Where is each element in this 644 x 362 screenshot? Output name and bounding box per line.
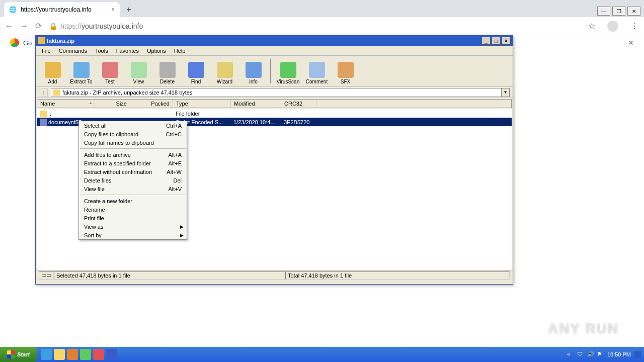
menu-tools[interactable]: Tools [91,47,112,55]
column-headers: Name▲ Size Packed Type Modified CRC32 [37,99,512,108]
kebab-menu-icon[interactable]: ⋮ [630,21,639,31]
tb-find[interactable]: Find [182,57,210,85]
play-icon [622,323,632,335]
table-row[interactable]: ..File folder [37,109,512,118]
tb-add[interactable]: Add [39,57,66,85]
tb-wizard[interactable]: Wizard [211,57,238,85]
taskbar-app-icon[interactable] [41,349,52,360]
toolbar: AddExtract ToTestViewDeleteFindWizardInf… [36,56,513,87]
up-button[interactable]: ↑ [39,88,48,97]
winrar-icon [38,37,45,44]
clock[interactable]: 10:50 PM [607,351,631,357]
col-packed[interactable]: Packed [130,100,173,108]
new-tab-button[interactable]: + [123,4,135,16]
close-icon[interactable]: × [111,6,115,13]
maximize-button[interactable]: □ [492,37,501,45]
archive-icon [53,89,60,96]
close-button[interactable]: × [502,37,511,45]
taskbar-app-icon[interactable] [80,349,91,360]
chevron-right-icon: ▶ [180,224,184,229]
wizard-icon [217,62,233,78]
delete-icon [159,62,176,78]
profile-avatar[interactable] [607,21,618,32]
tray-shield-icon[interactable]: 🛡 [577,351,584,358]
start-label: Start [17,351,30,357]
test-icon [102,62,118,78]
lock-icon: 🔒 [49,22,57,30]
menu-help[interactable]: Help [170,47,190,55]
status-total: Total 47,418 bytes in 1 file [285,272,510,280]
forward-icon[interactable]: → [20,22,28,31]
find-icon [188,62,204,78]
tb-delete[interactable]: Delete [153,57,181,85]
tb-info[interactable]: Info [239,57,267,85]
ctx-delete-files[interactable]: Delete filesDel [79,176,187,185]
ctx-copy-files-to-clipboard[interactable]: Copy files to clipboardCtrl+C [79,130,187,138]
ctx-extract-to-a-specified-folder[interactable]: Extract to a specified folderAlt+E [79,159,187,167]
taskbar-app-icon[interactable] [93,349,104,360]
tray-volume-icon[interactable]: 🔊 [587,351,594,358]
browser-window-buttons: — ❐ ✕ [596,5,641,17]
maximize-icon[interactable]: ❐ [612,7,625,16]
tb-extract-to[interactable]: Extract To [67,57,95,85]
ctx-add-files-to-archive[interactable]: Add files to archiveAlt+A [79,150,187,159]
status-icons: ▭▭ [39,271,54,280]
taskbar-app-icon[interactable] [54,349,65,360]
title-bar[interactable]: faktura.zip _ □ × [36,36,513,46]
chevron-right-icon: ▶ [180,233,184,238]
status-bar: ▭▭ Selected 47,418 bytes in 1 file Total… [36,270,513,280]
col-name[interactable]: Name▲ [37,100,95,108]
title-text: faktura.zip [47,38,74,44]
ctx-sort-by[interactable]: Sort by▶ [79,231,187,239]
browser-toolbar: ← → ⟳ 🔒 https://yourtrustyouloa.info ☆ ⋮ [0,17,644,35]
context-menu: Select allCtrl+ACopy files to clipboardC… [78,121,187,240]
col-modified[interactable]: Modified [231,100,281,108]
taskbar-app-icon[interactable] [106,349,117,360]
col-type[interactable]: Type [173,100,231,108]
tray-flag-icon[interactable]: ⚑ [597,351,604,358]
info-bar-text: Go [23,39,32,47]
extract-to-icon [73,62,90,78]
taskbar: Start « 🛡 🔊 ⚑ 10:50 PM [0,347,644,362]
comment-icon [309,62,325,78]
chevron-down-icon[interactable]: ▼ [501,88,509,97]
taskbar-app-icon[interactable] [67,349,78,360]
minimize-button[interactable]: _ [481,37,491,45]
ctx-copy-full-names-to-clipboard[interactable]: Copy full names to clipboard [79,138,187,147]
ctx-rename[interactable]: Rename [79,205,187,214]
tb-view[interactable]: View [125,57,152,85]
menu-file[interactable]: File [38,47,55,55]
menu-commands[interactable]: Commands [55,47,91,55]
menu-options[interactable]: Options [143,47,170,55]
col-crc[interactable]: CRC32 [281,100,316,108]
ctx-select-all[interactable]: Select allCtrl+A [79,121,187,130]
close-icon[interactable]: ✕ [627,7,640,16]
path-box[interactable]: faktura.zip - ZIP archive, unpacked size… [51,88,510,97]
menu-favorites[interactable]: Favorites [112,47,143,55]
reload-icon[interactable]: ⟳ [35,21,42,31]
sfx-icon [338,62,354,78]
tb-comment[interactable]: Comment [303,57,331,85]
address-bar[interactable]: 🔒 https://yourtrustyouloa.info [49,22,581,30]
back-icon[interactable]: ← [5,22,13,31]
tray-desktop-icon[interactable] [634,351,641,358]
tb-sfx[interactable]: SFX [332,57,359,85]
col-size[interactable]: Size [95,100,130,108]
close-icon[interactable]: ✕ [628,39,634,47]
tb-test[interactable]: Test [96,57,124,85]
ctx-extract-without-confirmation[interactable]: Extract without confirmationAlt+W [79,167,187,176]
title-buttons: _ □ × [480,37,511,45]
start-button[interactable]: Start [0,347,37,362]
browser-tab[interactable]: 🌐 https://yourtrustyouloa.info × [4,2,120,17]
star-icon[interactable]: ☆ [588,21,595,31]
ctx-view-as[interactable]: View as▶ [79,222,187,231]
ctx-print-file[interactable]: Print file [79,214,187,222]
tray-expand-icon[interactable]: « [567,351,574,358]
ctx-view-file[interactable]: View fileAlt+V [79,185,187,193]
status-selected: Selected 47,418 bytes in 1 file [54,272,285,280]
add-icon [45,62,61,78]
minimize-icon[interactable]: — [597,7,610,16]
tb-virusscan[interactable]: VirusScan [274,57,302,85]
ctx-create-a-new-folder[interactable]: Create a new folder [79,197,187,205]
file-icon [40,119,47,126]
